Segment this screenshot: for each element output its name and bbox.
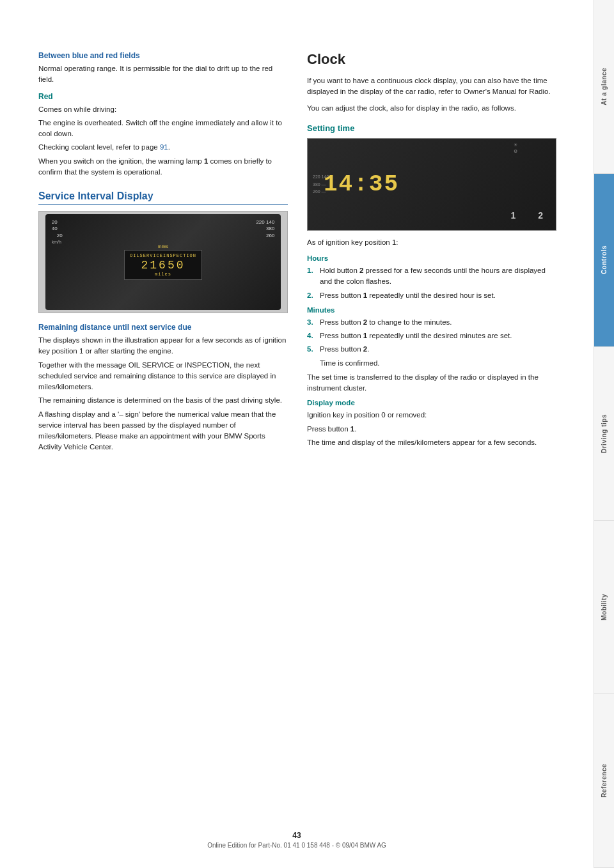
hours-title: Hours	[307, 254, 556, 262]
minutes-title: Minutes	[307, 306, 556, 314]
service-interval-image: 20 40 20 km/h 220 140 380 260	[38, 211, 288, 313]
time-confirmed: Time is confirmed.	[320, 358, 556, 369]
tab-at-a-glance-label: At a glance	[601, 68, 608, 105]
tab-controls[interactable]: Controls	[594, 174, 614, 348]
minutes-item-3-text: Press button 2 to change to the minutes.	[320, 317, 556, 328]
clock-right-gauges: ☀ ⚙	[514, 142, 517, 155]
setting-time-title: Setting time	[307, 123, 556, 133]
display-mode-line3: The time and display of the miles/kilome…	[307, 437, 556, 448]
red-line4: When you switch on the ignition, the war…	[38, 156, 288, 178]
gauge-left: 20 40 20 km/h	[52, 219, 63, 245]
main-content: Between blue and red fields Normal opera…	[0, 0, 594, 868]
time-display-container: 14:35	[324, 171, 399, 198]
remaining-distance-section: Remaining distance until next service du…	[38, 323, 288, 453]
page-footer: 43 Online Edition for Part-No. 01 41 0 1…	[0, 831, 594, 849]
tab-at-a-glance[interactable]: At a glance	[594, 0, 614, 174]
footer-text: Online Edition for Part-No. 01 41 0 158 …	[0, 842, 594, 849]
hours-item-1-number: 1.	[307, 265, 317, 288]
between-blue-red-title: Between blue and red fields	[38, 51, 288, 60]
remaining-distance-title: Remaining distance until next service du…	[38, 323, 288, 332]
minutes-item-3: 3. Press button 2 to change to the minut…	[307, 317, 556, 328]
inspection-label: INSPECTION	[163, 253, 196, 258]
service-interval-title: Service Interval Display	[38, 190, 288, 205]
service-interval-section: Service Interval Display 20 40 20 km/h	[38, 190, 288, 453]
page-container: Between blue and red fields Normal opera…	[0, 0, 614, 868]
red-line1: Comes on while driving:	[38, 104, 288, 115]
minutes-item-5-number: 5.	[307, 344, 317, 355]
side-tabs: At a glance Controls Driving tips Mobili…	[594, 0, 614, 868]
red-line3-link[interactable]: 91	[160, 143, 168, 151]
display-mode-line2: Press button 1.	[307, 424, 556, 435]
tab-driving-tips-label: Driving tips	[601, 414, 608, 453]
remaining-para1: The displays shown in the illustration a…	[38, 335, 288, 357]
clock-adjust-text: You can adjust the clock, also for displ…	[307, 103, 556, 114]
hours-item-2: 2. Press button 1 repeatedly until the d…	[307, 290, 556, 301]
tab-mobility-label: Mobility	[601, 594, 608, 621]
minutes-item-4-number: 4.	[307, 330, 317, 341]
instrument-cluster: 20 40 20 km/h 220 140 380 260	[45, 214, 281, 310]
mileage-display: 21650	[130, 259, 196, 272]
display-mode-line1: Ignition key in position 0 or removed:	[307, 410, 556, 421]
page-number: 43	[0, 831, 594, 840]
clock-image: 220 140 380 — 260 — 14:35 1 2	[307, 138, 556, 231]
tab-reference[interactable]: Reference	[594, 694, 614, 868]
red-line3-suffix: .	[168, 143, 170, 151]
clock-title: Clock	[307, 51, 556, 68]
clock-button-2-label: 2	[538, 210, 543, 221]
oil-service-label: OILSERVICE	[130, 253, 163, 258]
transfer-text: The set time is transferred to the displ…	[307, 372, 556, 394]
center-display: OILSERVICE INSPECTION 21650 miles	[124, 250, 202, 280]
between-blue-red-body: Normal operating range. It is permissibl…	[38, 63, 288, 86]
gauge-left-numbers: 20 40 20 km/h	[52, 219, 63, 245]
red-line3-prefix: Checking coolant level, refer to page	[38, 143, 160, 151]
minutes-item-3-number: 3.	[307, 317, 317, 328]
tab-mobility[interactable]: Mobility	[594, 521, 614, 695]
minutes-item-4: 4. Press button 1 repeatedly until the d…	[307, 330, 556, 341]
hours-item-1: 1. Hold button 2 pressed for a few secon…	[307, 265, 556, 288]
clock-buttons: 1 2	[510, 210, 543, 221]
miles-label: miles	[158, 244, 168, 249]
left-column: Between blue and red fields Normal opera…	[38, 51, 288, 830]
minutes-item-4-text: Press button 1 repeatedly until the desi…	[320, 330, 556, 341]
cluster-center: miles OILSERVICE INSPECTION 21650 miles	[124, 244, 202, 280]
red-section: Red Comes on while driving: The engine i…	[38, 92, 288, 178]
remaining-para2: Together with the message OIL SERVICE or…	[38, 360, 288, 393]
tab-driving-tips[interactable]: Driving tips	[594, 347, 614, 521]
time-display: 14:35	[324, 171, 399, 198]
as-of-ignition: As of ignition key position 1:	[307, 237, 556, 248]
clock-gauge-numbers: ☀ ⚙	[514, 142, 517, 155]
red-line3: Checking coolant level, refer to page 91…	[38, 142, 288, 153]
red-line2: The engine is overheated. Switch off the…	[38, 118, 288, 140]
remaining-para4: A flashing display and a '– sign' before…	[38, 409, 288, 453]
clock-button-1-label: 1	[510, 210, 516, 221]
clock-intro: If you want to have a continuous clock d…	[307, 75, 556, 98]
tab-controls-label: Controls	[601, 245, 608, 274]
hours-item-2-text: Press button 1 repeatedly until the desi…	[320, 290, 556, 301]
red-line4-prefix: When you switch on the ignition, the war…	[38, 157, 204, 165]
minutes-item-5-text: Press button 2.	[320, 344, 556, 355]
minutes-item-5: 5. Press button 2.	[307, 344, 556, 355]
red-title: Red	[38, 92, 288, 101]
clock-display-inner: 220 140 380 — 260 — 14:35 1 2	[308, 139, 556, 230]
tab-reference-label: Reference	[601, 764, 608, 798]
hours-item-1-text: Hold button 2 pressed for a few seconds …	[320, 265, 556, 288]
right-column: Clock If you want to have a continuous c…	[307, 51, 556, 830]
gauge-right: 220 140 380 260	[256, 219, 274, 239]
remaining-para3: The remaining distance is determined on …	[38, 395, 288, 406]
hours-item-2-number: 2.	[307, 290, 317, 301]
between-blue-red-section: Between blue and red fields Normal opera…	[38, 51, 288, 86]
miles-unit: miles	[130, 272, 196, 277]
display-mode-title: Display mode	[307, 399, 556, 407]
gauge-numbers: 220 140 380 260	[256, 219, 274, 239]
